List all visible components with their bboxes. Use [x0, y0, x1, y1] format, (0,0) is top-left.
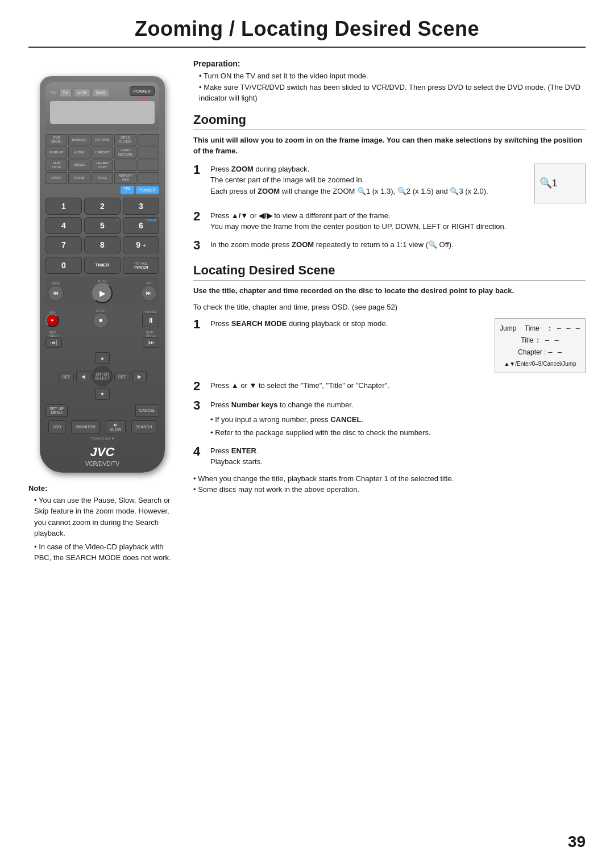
note-box: Note: You can use the Pause, Slow, Searc…: [28, 484, 176, 564]
rewind-button[interactable]: ⏮: [48, 285, 64, 301]
jump-label: Jump: [500, 323, 516, 333]
tv-power-button[interactable]: POWER: [135, 186, 159, 194]
search-mode-display: Jump Time : — — — Title : — — Chapter :: [495, 318, 586, 373]
note-item-2: In case of the Video-CD playback with PB…: [34, 541, 176, 564]
zoom-step-1: 1 Press ZOOM during playback. The center…: [193, 164, 586, 203]
navigation-area: ▲ SET ◀ ENTERSELECT SET ▶: [45, 351, 159, 401]
transport-controls: REW ⏮ PLAY ▶ FF ⏭: [45, 277, 159, 306]
nav-left-button[interactable]: ◀: [76, 371, 90, 382]
return-button[interactable]: RETURN: [92, 134, 113, 145]
num-8-button[interactable]: 8: [84, 236, 121, 253]
locate-step-3-number: 3: [193, 399, 205, 412]
locate-step-3-text: Press Number keys to change the number. …: [210, 399, 586, 439]
set-right-button[interactable]: SET: [114, 373, 130, 381]
set-left-button[interactable]: SET: [58, 373, 74, 381]
nav-right-button[interactable]: ▶: [132, 371, 147, 382]
power-button[interactable]: POWER: [130, 86, 155, 96]
num-7-button[interactable]: 7: [45, 236, 82, 253]
repeat-button[interactable]: REPEATA&B: [114, 172, 136, 183]
search-button[interactable]: SEARCH: [131, 420, 156, 433]
open-close-button[interactable]: OPEN/CLOSE: [114, 134, 136, 145]
empty4: [138, 160, 159, 171]
zoom-step-1-text: Press ZOOM during playback. The center p…: [210, 164, 529, 197]
note-title: Note:: [28, 484, 176, 493]
num-5-button[interactable]: 5°: [84, 217, 121, 234]
locate-step-1-text: Press SEARCH MODE during playback or sto…: [210, 318, 489, 329]
locate-step-1-number: 1: [193, 318, 205, 331]
remote-model: VCR/DVD/TV: [45, 461, 159, 467]
angle-button[interactable]: ANGLE: [68, 160, 90, 171]
pause-button[interactable]: ⏸: [142, 314, 159, 327]
page-number: 39: [568, 833, 586, 851]
title-value: : — —: [536, 335, 559, 345]
vcr-mode-button[interactable]: VCR: [74, 89, 90, 97]
timer-button[interactable]: TIMER: [84, 257, 121, 274]
locate-step-2-number: 2: [193, 380, 205, 393]
learn-copy-button[interactable]: LEARN/COPY: [92, 160, 113, 171]
skip-back-button[interactable]: ⏮|: [45, 337, 62, 348]
chapter-value: — —: [548, 347, 562, 357]
num-6-button[interactable]: 6*INPUT: [123, 217, 159, 234]
zooming-section: Zooming This unit will allow you to zoom…: [193, 112, 586, 252]
marker-button[interactable]: MARKER: [68, 134, 90, 145]
nav-hint: ▲▼/Enter/0–9/Cancel/Jump: [500, 360, 580, 368]
creset-button[interactable]: C.RESET: [92, 147, 113, 158]
locate-step-4-text: Press ENTER. Playback starts.: [210, 445, 586, 468]
display-button[interactable]: DISPLAY: [45, 147, 67, 158]
time-label: Time: [525, 323, 540, 333]
play-button[interactable]: ▶: [92, 283, 113, 303]
nav-down-button[interactable]: ▼: [95, 389, 110, 400]
stop-button[interactable]: ■: [93, 312, 109, 328]
number-grid: 1 2 3 4 5° 6*INPUT 7 8 9 +: [45, 198, 159, 253]
zero-return-button[interactable]: ZERORETURN: [114, 147, 136, 158]
function-buttons: DVDMENU MARKER RETURN OPEN/CLOSE DISPLAY…: [45, 134, 159, 184]
empty2: [138, 147, 159, 158]
locating-title: Locating Desired Scene: [193, 263, 586, 281]
num-1-button[interactable]: 1: [45, 198, 82, 215]
nav-up-button[interactable]: ▲: [95, 352, 110, 364]
prep-item-1: Turn ON the TV and set it to the video i…: [199, 70, 586, 82]
empty5: [138, 172, 159, 183]
num-2-button[interactable]: 2: [84, 198, 121, 215]
zoom-step-2: 2 Press ▲/▼ or ◀/▶ to view a different p…: [193, 210, 586, 232]
zoom-step-2-text: Press ▲/▼ or ◀/▶ to view a different par…: [210, 210, 586, 232]
title-button[interactable]: TITLE: [92, 172, 113, 183]
zoom-step-3-text: In the zoom mode press ZOOM repeatedly t…: [210, 239, 586, 251]
remote-screen: [50, 101, 155, 124]
empty3: [114, 160, 136, 171]
zoom-step-3: 3 In the zoom mode press ZOOM repeatedly…: [193, 239, 586, 252]
num-4-button[interactable]: 4: [45, 217, 82, 234]
locating-intro: Use the title, chapter and time recorded…: [193, 285, 586, 297]
note-item-1: You can use the Pause, Slow, Search or S…: [34, 495, 176, 539]
spep-button[interactable]: SP/EP: [45, 172, 67, 183]
locate-step-4: 4 Press ENTER. Playback starts.: [193, 445, 586, 468]
slow-button[interactable]: ▶|SLOW: [106, 420, 126, 433]
tv-vcr-button[interactable]: *TV VOLTV/VCR: [123, 257, 159, 274]
monitor-button[interactable]: *MONITOR: [71, 420, 99, 433]
record-button[interactable]: ●: [45, 314, 59, 327]
locating-osd-note: To check the title, chapter and time, pr…: [193, 303, 586, 311]
dvd-menu-button[interactable]: DVDMENU: [45, 134, 67, 145]
num-0-button[interactable]: 0: [45, 257, 82, 274]
cancel-button[interactable]: CANCEL: [135, 404, 159, 417]
zoom-step-3-number: 3: [193, 239, 205, 252]
preparation-section: Preparation: Turn ON the TV and set it t…: [193, 59, 586, 104]
fastforward-button[interactable]: ⏭: [141, 285, 157, 301]
locating-section: Locating Desired Scene Use the title, ch…: [193, 263, 586, 494]
num-3-button[interactable]: 3: [123, 198, 159, 215]
tv-mode-button[interactable]: TV: [59, 89, 72, 97]
enter-select-button[interactable]: ENTERSELECT: [92, 366, 113, 386]
atrk-button[interactable]: A.TRK: [68, 147, 90, 158]
setup-menu-button[interactable]: SET UPMENU: [45, 404, 68, 417]
num-9-button[interactable]: 9 +: [123, 236, 159, 253]
skip-forward-button[interactable]: |⏭: [143, 337, 159, 348]
zoom-step-1-number: 1: [193, 164, 205, 176]
dvd-mode-button[interactable]: DVD: [93, 89, 109, 97]
osd-button[interactable]: OSD: [48, 420, 65, 433]
prep-item-2: Make sure TV/VCR/DVD switch has been sli…: [199, 82, 586, 104]
zoom-button[interactable]: ZOOM: [68, 172, 90, 183]
title-label: Title: [521, 335, 533, 345]
skip-controls: SKIPINDEX ⏮| SKIPINDEX |⏭: [45, 331, 159, 348]
locate-step-4-number: 4: [193, 445, 205, 458]
subtitle-button[interactable]: SUBTITLE: [45, 160, 67, 171]
